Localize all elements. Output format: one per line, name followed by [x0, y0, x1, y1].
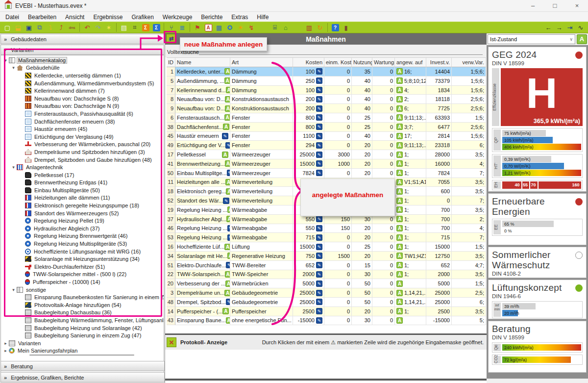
goto-end-icon[interactable]: ⇥	[565, 23, 575, 32]
menu-item-datei[interactable]: Datei	[1, 13, 24, 22]
table-row[interactable]: 3Drempelräume un...AGebäudegeometrie2500…	[167, 288, 486, 298]
close-button[interactable]: ×	[566, 0, 588, 12]
close-protokoll-button[interactable]: ✕	[167, 337, 176, 347]
table-row[interactable]: 50Einbau Multisplitge...✎Wärmeerzeuger78…	[167, 169, 486, 178]
sum-blue-icon[interactable]: Σ	[151, 23, 161, 32]
bolt-icon[interactable]: ↯	[246, 23, 256, 32]
edit-cost-icon[interactable]: ✎	[316, 262, 322, 268]
sanierung-icon[interactable]: ↻	[315, 23, 325, 32]
menu-item-grafiken[interactable]: Grafiken	[127, 13, 158, 22]
edit-cost-icon[interactable]: ✎	[316, 142, 322, 149]
column-header-nutzung[interactable]: Nutzung	[352, 58, 372, 67]
chevron-right-icon[interactable]: ▸	[3, 348, 8, 353]
wand-icon[interactable]: ✶	[104, 23, 114, 32]
table-row[interactable]: 5Außendämmung, ...ADämmung250✎0400A5;8;1…	[167, 77, 486, 86]
chart-icon[interactable]: ∿	[576, 23, 586, 32]
menu-item-hilfe[interactable]: Hilfe	[252, 13, 273, 22]
column-header-kosten[interactable]: Kosten	[293, 58, 324, 67]
open-file-icon[interactable]: ⬓	[13, 23, 23, 32]
undo-icon[interactable]: ↶	[82, 23, 92, 32]
table-row[interactable]: 48Drempel, Spitzbod...✎Gebäudegeometrie2…	[167, 298, 486, 307]
horn-icon[interactable]: ⚑	[193, 23, 202, 32]
apply-variant-button[interactable]: A	[577, 34, 587, 44]
edit-cost-icon[interactable]: ✎	[316, 96, 322, 102]
table-row[interactable]: 53Regelung Heizung ...✎Wärmeabgabe715✎02…	[167, 233, 486, 242]
edit-cost-icon[interactable]: ✎	[316, 152, 322, 158]
edit-cost-icon[interactable]: ✎	[316, 299, 322, 305]
column-header-einm-kosten[interactable]: einm. Kosten	[324, 58, 352, 67]
sidebar-item-ergebnisse[interactable]: » Ergebnisse, Grafiken, Berichte	[0, 372, 165, 383]
calc-icon[interactable]: ⌸	[270, 23, 280, 32]
edit-cost-icon[interactable]: ✎	[316, 290, 322, 296]
table-row[interactable]: 41Brennwertheizung...AWärmeerzeuger15000…	[167, 159, 486, 169]
edit-cost-icon[interactable]: ✎	[316, 234, 322, 241]
sidebar-item-beratung[interactable]: » Beratung	[0, 361, 165, 371]
exit-door-icon[interactable]: ▮	[341, 23, 351, 32]
tree-item[interactable]: ▸Mein Sanierungsfahrplan	[1, 347, 164, 355]
back-icon[interactable]: ←	[543, 23, 553, 32]
table-row[interactable]: 43Einsparung Baune...Aohne energetische …	[167, 316, 486, 326]
home-icon[interactable]: ⌂	[281, 23, 291, 32]
edit-cost-icon[interactable]: ✎	[316, 271, 322, 278]
edit-cost-icon[interactable]: ✎	[316, 225, 322, 231]
edit-cost-icon[interactable]: ✎	[316, 160, 322, 167]
table-row[interactable]: 46Regelung Heizung ...✎Wärmeabgabe550✎15…	[167, 224, 486, 233]
chevron-right-icon[interactable]: ▸	[3, 341, 8, 346]
edit-cost-icon[interactable]: ✎	[316, 133, 322, 139]
table-row[interactable]: 34Solaranlage mit He...ARegenerative Hei…	[167, 252, 486, 261]
menu-item-bearbeiten[interactable]: Bearbeiten	[24, 13, 61, 22]
table-row[interactable]: 16Hocheffiziente Lüf...ALüftung15000✎025…	[167, 242, 486, 252]
edit-cost-icon[interactable]: ✎	[316, 308, 322, 314]
table-row[interactable]: 7Kellerinnenwand d...ADämmung100✎0400A4;…	[167, 86, 486, 95]
table-row[interactable]: 49Ertüchtigung der V...✎Fenster294✎0200A…	[167, 141, 486, 150]
column-header-id[interactable]: ID	[167, 58, 175, 67]
table-row[interactable]: 51Elektro-Durchlaufe...✎TWW-Bereiter652✎…	[167, 261, 486, 270]
menu-item-ansicht[interactable]: Ansicht	[61, 13, 89, 22]
sum-orange-icon[interactable]: Σ	[141, 23, 150, 32]
sun-icon[interactable]: ☀	[236, 23, 245, 32]
redo-icon[interactable]: ↷	[93, 23, 103, 32]
menu-item-extras[interactable]: Extras	[227, 13, 252, 22]
tree-list-icon[interactable]: ≣	[177, 23, 187, 32]
menu-item-berichte[interactable]: Berichte	[196, 13, 227, 22]
table-row[interactable]: 6Fensteraustausch...AFenster800✎0250A9;1…	[167, 113, 486, 123]
edit-cost-icon[interactable]: ✎	[316, 170, 322, 176]
column-header-invest-v-[interactable]: Invest.v.	[426, 58, 452, 67]
column-header-name[interactable]: Name	[175, 58, 230, 67]
export-icon[interactable]: ⤴	[56, 23, 66, 32]
a-red-icon[interactable]: A	[203, 23, 213, 32]
edit-cost-icon[interactable]: ✎	[316, 244, 322, 250]
tree-item[interactable]: Baubegleitung Sanierung in einzem Zug (4…	[1, 332, 164, 339]
edit-cost-icon[interactable]: ✎	[316, 114, 322, 121]
help-icon[interactable]: ?	[330, 23, 340, 32]
report-red-icon[interactable]: ▥	[304, 23, 314, 32]
edit-cost-icon[interactable]: ✎	[316, 105, 322, 112]
table-row[interactable]: 9Neuaufbau von: D...AKonstruktionsaustau…	[167, 104, 486, 113]
column-header-wartungsk-[interactable]: Wartungsk.	[372, 58, 395, 67]
he-values-icon[interactable]: ⌗	[130, 23, 140, 32]
tree-item[interactable]: ▸Varianten	[1, 339, 164, 347]
table-row[interactable]: 1Kellerdecke, unter...ADämmung100✎0350A1…	[167, 67, 486, 77]
tree-item[interactable]: Baubegleitung Heizung und Solaranlage (4…	[1, 324, 164, 332]
forward-icon[interactable]: →	[554, 23, 564, 32]
minimize-button[interactable]: –	[522, 0, 544, 12]
table-row[interactable]: 45Haustür erneuern✎Fenster1100✎0400A17;2…	[167, 132, 486, 141]
sidebar-item-gebaeudedaten[interactable]: » Gebäudedaten	[0, 34, 164, 44]
tree-item[interactable]: Baubegleitung Wärmedämmung, Fenster, Lüf…	[1, 316, 164, 324]
save-icon[interactable]: ▣	[24, 23, 34, 32]
edit-cost-icon[interactable]: ✎	[316, 317, 322, 324]
globe-icon[interactable]: ✪	[225, 23, 235, 32]
dms-icon[interactable]: dms	[67, 23, 77, 32]
variant-select[interactable]: Ist-Zustand ∨	[488, 34, 575, 44]
column-header-verw-var-[interactable]: verw.Var.	[452, 58, 486, 67]
new-file-icon[interactable]: ▢	[2, 23, 12, 32]
import-icon[interactable]: ⤵	[46, 23, 55, 32]
table-row[interactable]: 17PelletkesselAWärmeerzeuger25000✎300020…	[167, 150, 486, 159]
table-row[interactable]: 8Neuaufbau von: D...AKonstruktionsaustau…	[167, 95, 486, 104]
table-row[interactable]: 22TWW-Solarspeich...ATWW-Speicher2000✎03…	[167, 270, 486, 280]
copy-icon[interactable]: ⧉	[35, 23, 45, 32]
table-row[interactable]: 38Dachflächenfenst...AFenster800✎0250A3;…	[167, 123, 486, 132]
edit-cost-icon[interactable]: ✎	[316, 216, 322, 222]
splitter-handle[interactable]	[29, 355, 134, 356]
edit-cost-icon[interactable]: ✎	[316, 68, 322, 75]
